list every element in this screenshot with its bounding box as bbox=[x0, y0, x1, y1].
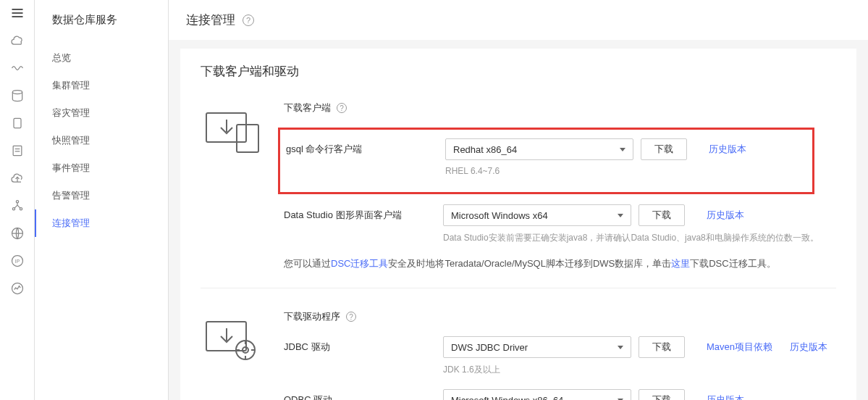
sidebar-item-dr[interactable]: 容灾管理 bbox=[35, 99, 168, 127]
svg-rect-5 bbox=[13, 146, 22, 155]
share-icon[interactable] bbox=[10, 199, 25, 213]
client-title: 下载客户端 ? bbox=[284, 101, 836, 114]
svg-point-9 bbox=[16, 201, 18, 203]
odbc-select[interactable]: Microsoft Windows x86_64 bbox=[443, 389, 631, 400]
main: 连接管理 ? 下载客户端和驱动 下载客户端 ? bbox=[169, 0, 868, 400]
svg-rect-18 bbox=[237, 125, 258, 152]
menu-icon[interactable] bbox=[10, 6, 25, 20]
service-title: 数据仓库服务 bbox=[35, 13, 168, 44]
driver-illustration-icon bbox=[201, 310, 269, 364]
icon-rail: IP bbox=[0, 0, 35, 400]
jdbc-history-link[interactable]: 历史版本 bbox=[790, 341, 827, 354]
driver-title: 下载驱动程序 ? bbox=[284, 310, 836, 323]
cloud-icon[interactable] bbox=[10, 33, 25, 48]
gsql-label: gsql 命令行客户端 bbox=[286, 143, 445, 156]
dsc-description: 您可以通过DSC迁移工具安全及时地将Teradata/Oracle/MySQL脚… bbox=[284, 257, 836, 270]
file-icon[interactable] bbox=[10, 143, 25, 158]
svg-rect-4 bbox=[14, 118, 21, 128]
divider bbox=[201, 288, 836, 288]
ip-icon[interactable]: IP bbox=[10, 254, 25, 268]
sidebar-item-snapshot[interactable]: 快照管理 bbox=[35, 127, 168, 154]
odbc-label: ODBC 驱动 bbox=[284, 393, 443, 400]
sidebar-item-cluster[interactable]: 集群管理 bbox=[35, 72, 168, 99]
jdbc-maven-link[interactable]: Maven项目依赖 bbox=[707, 341, 772, 354]
ds-download-button[interactable]: 下载 bbox=[639, 204, 685, 226]
gsql-download-button[interactable]: 下载 bbox=[641, 138, 687, 160]
help-icon[interactable]: ? bbox=[337, 103, 347, 113]
ds-hint: Data Studio安装前需要正确安装java8，并请确认Data Studi… bbox=[284, 232, 836, 244]
jdbc-label: JDBC 驱动 bbox=[284, 341, 443, 354]
driver-section: 下载驱动程序 ? JDBC 驱动 DWS JDBC Driver 下载 Mave… bbox=[201, 310, 836, 400]
device-icon[interactable] bbox=[10, 116, 25, 130]
globe-icon[interactable] bbox=[10, 226, 25, 241]
help-icon[interactable]: ? bbox=[346, 312, 356, 322]
chevron-down-icon bbox=[620, 148, 625, 151]
svg-text:IP: IP bbox=[14, 259, 20, 264]
jdbc-download-button[interactable]: 下载 bbox=[639, 336, 685, 358]
ds-history-link[interactable]: 历史版本 bbox=[707, 209, 744, 222]
gsql-hint: RHEL 6.4~7.6 bbox=[286, 166, 812, 176]
page-header: 连接管理 ? bbox=[169, 0, 868, 40]
jdbc-select[interactable]: DWS JDBC Driver bbox=[443, 336, 631, 358]
odbc-history-link[interactable]: 历史版本 bbox=[707, 393, 744, 400]
section-title: 下载客户端和驱动 bbox=[201, 63, 836, 80]
dsc-tool-link[interactable]: DSC迁移工具 bbox=[331, 258, 388, 269]
client-illustration-icon bbox=[201, 101, 269, 156]
server-icon[interactable] bbox=[10, 88, 25, 103]
sidebar-item-overview[interactable]: 总览 bbox=[35, 44, 168, 72]
wave-icon[interactable] bbox=[10, 61, 25, 75]
gsql-select[interactable]: Redhat x86_64 bbox=[445, 138, 633, 160]
chevron-down-icon bbox=[618, 214, 623, 217]
sidebar-item-alarm[interactable]: 告警管理 bbox=[35, 182, 168, 209]
sidebar: 数据仓库服务 总览 集群管理 容灾管理 快照管理 事件管理 告警管理 连接管理 bbox=[35, 0, 169, 400]
monitor-icon[interactable] bbox=[10, 281, 25, 296]
gsql-history-link[interactable]: 历史版本 bbox=[709, 143, 746, 156]
upload-icon[interactable] bbox=[10, 171, 25, 186]
odbc-download-button[interactable]: 下载 bbox=[639, 389, 685, 400]
sidebar-item-connection[interactable]: 连接管理 bbox=[35, 209, 168, 237]
help-icon[interactable]: ? bbox=[243, 14, 254, 26]
sidebar-item-event[interactable]: 事件管理 bbox=[35, 154, 168, 182]
jdbc-hint: JDK 1.6及以上 bbox=[284, 364, 836, 376]
client-section: 下载客户端 ? gsql 命令行客户端 Redhat x86_64 下载 bbox=[201, 101, 836, 273]
chevron-down-icon bbox=[618, 346, 623, 349]
ds-select[interactable]: Microsoft Windows x64 bbox=[443, 204, 631, 226]
highlight-box: gsql 命令行客户端 Redhat x86_64 下载 历史版本 RHEL 6… bbox=[278, 128, 814, 194]
ds-label: Data Studio 图形界面客户端 bbox=[284, 209, 443, 222]
dsc-here-link[interactable]: 这里 bbox=[671, 258, 690, 269]
page-title: 连接管理 bbox=[186, 12, 235, 28]
content: 下载客户端和驱动 下载客户端 ? bbox=[180, 49, 856, 400]
svg-point-3 bbox=[12, 91, 22, 94]
